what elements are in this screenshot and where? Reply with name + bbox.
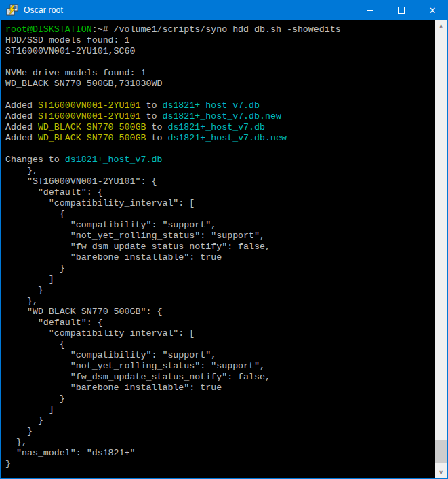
terminal-line: ] [5,404,435,415]
terminal-line: } [5,459,435,470]
title-bar[interactable]: Oscar root ✕ [0,0,448,20]
maximize-icon [398,7,405,14]
scrollbar[interactable]: ∧ ∨ [435,20,447,478]
maximize-button[interactable] [386,0,417,20]
terminal-line: root@DISKSTATION:~# /volume1/scripts/syn… [5,24,435,35]
terminal-line: "nas_model": "ds1821+" [5,448,435,459]
terminal-line: "barebone_installable": true [5,252,435,263]
terminal-line: Added WD_BLACK SN770 500GB to ds1821+_ho… [5,122,435,133]
terminal-line: "ST16000VN001-2YU101": { [5,176,435,187]
terminal-line: } [5,394,435,404]
window-title: Oscar root [24,5,354,15]
terminal-line: HDD/SSD models found: 1 [5,35,435,46]
scroll-up-button[interactable]: ∧ [435,20,447,32]
terminal-line: "compatibility_interval": [ [5,328,435,339]
close-button[interactable]: ✕ [417,0,448,20]
putty-app-icon[interactable] [6,4,18,16]
window-body: root@DISKSTATION:~# /volume1/scripts/syn… [0,20,448,479]
terminal-line: { [5,339,435,350]
terminal-line: Added WD_BLACK SN770 500GB to ds1821+_ho… [5,133,435,144]
terminal-line: }, [5,166,435,176]
terminal-line: Added ST16000VN001-2YU101 to ds1821+_hos… [5,111,435,122]
terminal-line: "default": { [5,318,435,328]
terminal-line: NVMe drive models found: 1 [5,68,435,79]
terminal-line: "not_yet_rolling_status": "support", [5,231,435,242]
terminal-line: "compatibility_interval": [ [5,198,435,209]
scrollbar-thumb[interactable] [435,440,447,463]
terminal-line: "WD_BLACK SN770 500GB": { [5,307,435,318]
minimize-button[interactable] [354,0,386,20]
terminal-line [5,57,435,68]
close-icon: ✕ [429,6,436,15]
terminal-line: } [5,426,435,437]
terminal-line: "default": { [5,187,435,198]
terminal-line: } [5,285,435,296]
chevron-down-icon: ∨ [439,469,443,476]
terminal-line: { [5,209,435,220]
terminal-line: WD_BLACK SN770 500GB,731030WD [5,79,435,90]
scroll-down-button[interactable]: ∨ [435,466,447,478]
terminal-line: Changes to ds1821+_host_v7.db [5,155,435,166]
terminal-line: }, [5,296,435,307]
terminal-line: "compatibility": "support", [5,220,435,231]
terminal-line: Added ST16000VN001-2YU101 to ds1821+_hos… [5,100,435,111]
terminal-line: ST16000VN001-2YU101,SC60 [5,46,435,57]
minimize-icon [367,10,373,11]
terminal-line [5,144,435,155]
terminal-output[interactable]: root@DISKSTATION:~# /volume1/scripts/syn… [1,20,435,478]
terminal-line [5,90,435,100]
chevron-up-icon: ∧ [439,23,443,30]
terminal-line: "compatibility": "support", [5,350,435,361]
terminal-line: } [5,415,435,426]
putty-window: Oscar root ✕ root@DISKSTATION:~# /volume… [0,0,448,479]
terminal-line: "barebone_installable": true [5,383,435,394]
terminal-line: "not_yet_rolling_status": "support", [5,361,435,372]
terminal-line: "fw_dsm_update_status_notify": false, [5,242,435,252]
terminal-line: } [5,263,435,274]
terminal-line: ] [5,274,435,285]
terminal-line: }, [5,437,435,448]
caption-buttons: ✕ [354,0,448,20]
terminal-line: "fw_dsm_update_status_notify": false, [5,372,435,383]
